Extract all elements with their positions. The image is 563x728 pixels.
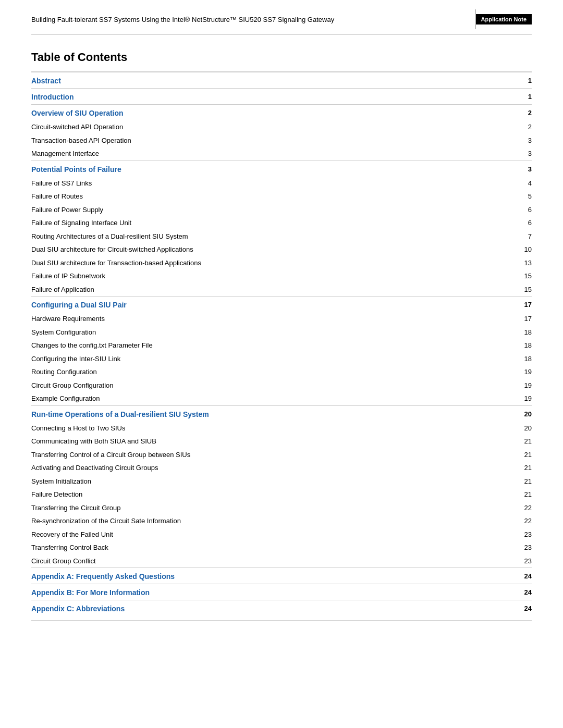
toc-row-circuit-group-config[interactable]: Circuit Group Configuration 19 — [31, 379, 532, 392]
toc-row-resync[interactable]: Re-synchronization of the Circuit Sate I… — [31, 514, 532, 528]
toc-label-routing-arch[interactable]: Routing Architectures of a Dual-resilien… — [31, 230, 482, 243]
toc-row-dual-circuit[interactable]: Dual SIU architecture for Circuit-switch… — [31, 243, 532, 256]
toc-page-failure-ip: 15 — [482, 269, 532, 283]
toc-row-transaction-based[interactable]: Transaction-based API Operation 3 — [31, 134, 532, 147]
toc-label-configuring[interactable]: Configuring a Dual SIU Pair — [31, 297, 482, 313]
toc-row-activating[interactable]: Activating and Deactivating Circuit Grou… — [31, 461, 532, 475]
toc-label-runtime[interactable]: Run-time Operations of a Dual-resilient … — [31, 405, 482, 422]
toc-row-transferring-back[interactable]: Transferring Control Back 23 — [31, 541, 532, 554]
toc-label-failure-ip[interactable]: Failure of IP Subnetwork — [31, 269, 482, 283]
toc-label-transferring-back[interactable]: Transferring Control Back — [31, 541, 482, 554]
toc-row-failure-routes[interactable]: Failure of Routes 5 — [31, 190, 532, 203]
toc-label-resync[interactable]: Re-synchronization of the Circuit Sate I… — [31, 514, 482, 528]
toc-label-appendix-a[interactable]: Appendix A: Frequently Asked Questions — [31, 568, 482, 584]
toc-row-appendix-c[interactable]: Appendix C: Abbreviations 24 — [31, 600, 532, 616]
toc-label-failure-ss7[interactable]: Failure of SS7 Links — [31, 177, 482, 190]
toc-page-circuit-conflict: 23 — [482, 554, 532, 568]
toc-label-circuit-switched[interactable]: Circuit-switched API Operation — [31, 120, 482, 134]
toc-row-inter-siu-link[interactable]: Configuring the Inter-SIU Link 18 — [31, 352, 532, 366]
toc-page-hardware-req: 17 — [482, 312, 532, 326]
toc-label-appendix-b[interactable]: Appendix B: For More Information — [31, 584, 482, 600]
toc-label-transferring-control[interactable]: Transferring Control of a Circuit Group … — [31, 448, 482, 462]
toc-row-overview[interactable]: Overview of SIU Operation 2 — [31, 105, 532, 121]
toc-label-abstract[interactable]: Abstract — [31, 72, 482, 89]
toc-page-transferring-back: 23 — [482, 541, 532, 554]
toc-row-example-config[interactable]: Example Configuration 19 — [31, 392, 532, 405]
toc-row-failure-app[interactable]: Failure of Application 15 — [31, 283, 532, 297]
toc-row-routing-config[interactable]: Routing Configuration 19 — [31, 365, 532, 379]
toc-row-transferring-circuit[interactable]: Transferring the Circuit Group 22 — [31, 501, 532, 515]
toc-row-circuit-conflict[interactable]: Circuit Group Conflict 23 — [31, 554, 532, 568]
toc-label-communicating[interactable]: Communicating with Both SIUA and SIUB — [31, 435, 482, 448]
toc-row-introduction[interactable]: Introduction 1 — [31, 89, 532, 105]
toc-row-appendix-b[interactable]: Appendix B: For More Information 24 — [31, 584, 532, 600]
toc-row-failure-detection[interactable]: Failure Detection 21 — [31, 488, 532, 501]
toc-label-failure-app[interactable]: Failure of Application — [31, 283, 482, 297]
toc-label-circuit-conflict[interactable]: Circuit Group Conflict — [31, 554, 482, 568]
toc-label-hardware-req[interactable]: Hardware Requirements — [31, 312, 482, 326]
toc-page-runtime: 20 — [482, 405, 532, 422]
toc-label-system-init[interactable]: System Initialization — [31, 475, 482, 488]
toc-row-communicating[interactable]: Communicating with Both SIUA and SIUB 21 — [31, 435, 532, 448]
toc-label-transaction-based[interactable]: Transaction-based API Operation — [31, 134, 482, 147]
toc-label-failure-detection[interactable]: Failure Detection — [31, 488, 482, 501]
toc-row-config-txt[interactable]: Changes to the config.txt Parameter File… — [31, 339, 532, 352]
header-title: Building Fault-tolerant SS7 Systems Usin… — [31, 16, 334, 23]
toc-page-appendix-a: 24 — [482, 568, 532, 584]
toc-label-appendix-c[interactable]: Appendix C: Abbreviations — [31, 600, 482, 616]
toc-page-potential-failure: 3 — [482, 161, 532, 177]
toc-row-failure-power[interactable]: Failure of Power Supply 6 — [31, 203, 532, 217]
toc-label-dual-circuit[interactable]: Dual SIU architecture for Circuit-switch… — [31, 243, 482, 256]
toc-label-circuit-group-config[interactable]: Circuit Group Configuration — [31, 379, 482, 392]
toc-page-failure-app: 15 — [482, 283, 532, 297]
toc-page-routing-config: 19 — [482, 365, 532, 379]
toc-row-runtime[interactable]: Run-time Operations of a Dual-resilient … — [31, 405, 532, 422]
header-badge: Application Note — [476, 14, 532, 24]
toc-label-failure-routes[interactable]: Failure of Routes — [31, 190, 482, 203]
toc-page-resync: 22 — [482, 514, 532, 528]
toc-label-introduction[interactable]: Introduction — [31, 89, 482, 105]
toc-page-circuit-switched: 2 — [482, 120, 532, 134]
toc-row-transferring-control[interactable]: Transferring Control of a Circuit Group … — [31, 448, 532, 462]
toc-label-inter-siu-link[interactable]: Configuring the Inter-SIU Link — [31, 352, 482, 366]
toc-label-connecting-host[interactable]: Connecting a Host to Two SIUs — [31, 422, 482, 435]
toc-row-appendix-a[interactable]: Appendix A: Frequently Asked Questions 2… — [31, 568, 532, 584]
toc-row-connecting-host[interactable]: Connecting a Host to Two SIUs 20 — [31, 422, 532, 435]
toc-row-failure-ip[interactable]: Failure of IP Subnetwork 15 — [31, 269, 532, 283]
toc-row-system-config[interactable]: System Configuration 18 — [31, 326, 532, 339]
toc-label-overview[interactable]: Overview of SIU Operation — [31, 105, 482, 121]
toc-row-dual-transaction[interactable]: Dual SIU architecture for Transaction-ba… — [31, 256, 532, 270]
toc-row-failure-siu[interactable]: Failure of Signaling Interface Unit 6 — [31, 216, 532, 230]
toc-label-failure-power[interactable]: Failure of Power Supply — [31, 203, 482, 217]
toc-page-management-interface: 3 — [482, 147, 532, 161]
toc-row-potential-failure[interactable]: Potential Points of Failure 3 — [31, 161, 532, 177]
toc-label-recovery[interactable]: Recovery of the Failed Unit — [31, 528, 482, 541]
toc-label-activating[interactable]: Activating and Deactivating Circuit Grou… — [31, 461, 482, 475]
toc-page-example-config: 19 — [482, 392, 532, 405]
toc-label-config-txt[interactable]: Changes to the config.txt Parameter File — [31, 339, 482, 352]
toc-row-management-interface[interactable]: Management Interface 3 — [31, 147, 532, 161]
toc-page-config-txt: 18 — [482, 339, 532, 352]
toc-label-failure-siu[interactable]: Failure of Signaling Interface Unit — [31, 216, 482, 230]
toc-page-transferring-control: 21 — [482, 448, 532, 462]
toc-label-transferring-circuit[interactable]: Transferring the Circuit Group — [31, 501, 482, 515]
toc-label-potential-failure[interactable]: Potential Points of Failure — [31, 161, 482, 177]
toc-page-overview: 2 — [482, 105, 532, 121]
toc-row-recovery[interactable]: Recovery of the Failed Unit 23 — [31, 528, 532, 541]
toc-row-failure-ss7[interactable]: Failure of SS7 Links 4 — [31, 177, 532, 190]
toc-label-system-config[interactable]: System Configuration — [31, 326, 482, 339]
toc-row-system-init[interactable]: System Initialization 21 — [31, 475, 532, 488]
toc-label-routing-config[interactable]: Routing Configuration — [31, 365, 482, 379]
toc-label-example-config[interactable]: Example Configuration — [31, 392, 482, 405]
toc-page-transaction-based: 3 — [482, 134, 532, 147]
toc-page-routing-arch: 7 — [482, 230, 532, 243]
toc-row-routing-arch[interactable]: Routing Architectures of a Dual-resilien… — [31, 230, 532, 243]
toc-row-abstract[interactable]: Abstract 1 — [31, 72, 532, 89]
toc-page-recovery: 23 — [482, 528, 532, 541]
toc-label-dual-transaction[interactable]: Dual SIU architecture for Transaction-ba… — [31, 256, 482, 270]
toc-row-circuit-switched[interactable]: Circuit-switched API Operation 2 — [31, 120, 532, 134]
toc-bottom-divider — [31, 620, 532, 621]
toc-row-configuring[interactable]: Configuring a Dual SIU Pair 17 — [31, 297, 532, 313]
toc-row-hardware-req[interactable]: Hardware Requirements 17 — [31, 312, 532, 326]
toc-label-management-interface[interactable]: Management Interface — [31, 147, 482, 161]
